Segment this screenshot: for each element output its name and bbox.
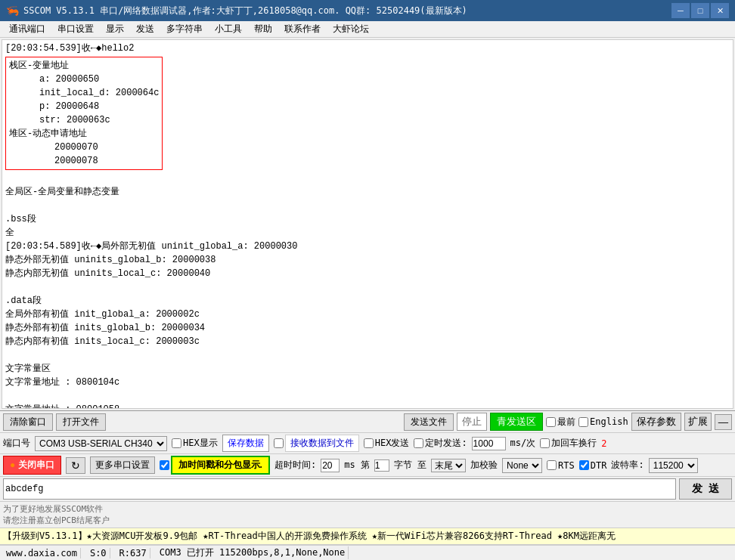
menu-comm-port[interactable]: 通讯端口 <box>3 21 51 37</box>
text-addr2: 文字常量地址 : 0800104c <box>5 376 730 389</box>
timestamp-group: 加时间戳和分包显示. <box>160 456 270 475</box>
menu-tools[interactable]: 小工具 <box>209 21 248 37</box>
app-title: SSCOM V5.13.1 串口/网络数据调试器,作者:大虾丁丁,2618058… <box>23 5 671 17</box>
port-label: 端口号 <box>3 437 30 450</box>
stack-section: 栈区-变量地址 a: 20000650 init_local_d: 200006… <box>5 57 163 170</box>
hex-display-group: HEX显示 <box>172 437 218 450</box>
stack-p: p: 20000648 <box>9 100 159 113</box>
timed-send-checkbox[interactable] <box>414 438 423 448</box>
baud-select[interactable]: 115200 <box>649 458 698 473</box>
menu-send[interactable]: 发送 <box>130 21 160 37</box>
stack-str: str: 2000063c <box>9 113 159 127</box>
output-blank5 <box>5 389 730 403</box>
ms-input[interactable] <box>472 437 506 450</box>
rts-checkbox[interactable] <box>547 460 557 470</box>
reg-notice: 为了更好地发展SSCOM软件 请您注册嘉立创PCB结尾客户 <box>0 502 735 528</box>
data-static-global: 静态外部有初值 inits_global_b: 20000034 <box>5 321 730 335</box>
port-select[interactable]: COM3 USB-SERIAL CH340 <box>35 436 167 451</box>
dash-button[interactable]: — <box>715 414 732 430</box>
minimize-button[interactable]: ─ <box>671 3 690 18</box>
bss-label: .bss段 <box>5 212 730 226</box>
more-settings-button[interactable]: 更多串口设置 <box>90 456 155 474</box>
send-area: 发 送 <box>0 477 735 502</box>
tail-select[interactable]: 末尾 <box>431 459 466 472</box>
close-port-button[interactable]: ● 关闭串口 <box>3 456 61 475</box>
open-file-button[interactable]: 打开文件 <box>56 413 106 431</box>
menu-forum[interactable]: 大虾论坛 <box>327 21 375 37</box>
save-data-button[interactable]: 保存数据 <box>222 435 269 452</box>
timestamp-button[interactable]: 加时间戳和分包显示. <box>171 456 270 475</box>
english-checkbox-group: English <box>578 416 628 427</box>
last-label: 最前 <box>557 416 575 429</box>
bss-uninit-global: [20:03:54.589]收←◆局外部无初值 uninit_global_a:… <box>5 240 730 253</box>
timed-send-group: 定时发送: <box>414 437 467 450</box>
clear-window-button[interactable]: 清除窗口 <box>3 413 53 431</box>
maximize-button[interactable]: □ <box>691 3 709 18</box>
news-text: 【升级到V5.13.1】★大资源MCU开发板9.9包邮 ★RT-Thread中国… <box>3 531 616 541</box>
output-blank3 <box>5 280 730 294</box>
text-addr1: 文字常量区 <box>5 362 730 376</box>
refresh-button[interactable]: ↻ <box>66 457 85 474</box>
expand-button[interactable]: 扩展 <box>684 413 712 431</box>
status-website: www.daxia.com <box>3 548 81 558</box>
hex-display-checkbox[interactable] <box>172 438 181 448</box>
app-icon: 🦐 <box>6 5 19 17</box>
output-blank4 <box>5 348 730 362</box>
output-area[interactable]: [20:03:54.539]收←◆hello2 栈区-变量地址 a: 20000… <box>2 39 733 409</box>
toolbar2: 端口号 COM3 USB-SERIAL CH340 HEX显示 保存数据 接收数… <box>0 433 735 454</box>
last-checkbox[interactable] <box>546 417 556 427</box>
bss-all: 全 <box>5 226 730 240</box>
recv-file-group: 接收数据到文件 <box>274 435 359 452</box>
heap-label: 堆区-动态申请地址 <box>9 127 159 141</box>
english-checkbox[interactable] <box>578 417 588 427</box>
recv-file-button[interactable]: 接收数据到文件 <box>285 435 359 452</box>
toolbar3: ● 关闭串口 ↻ 更多串口设置 加时间戳和分包显示. 超时时间: ms 第 字节… <box>0 454 735 477</box>
send-area-button[interactable]: 青发送区 <box>490 413 543 431</box>
data-init-global: 全局外部有初值 init_global_a: 2000002c <box>5 308 730 321</box>
status-port: COM3 已打开 115200bps,8,1,None,None <box>157 546 349 559</box>
send-input[interactable] <box>3 478 676 500</box>
menu-display[interactable]: 显示 <box>100 21 130 37</box>
byte-num-input[interactable] <box>374 459 389 472</box>
title-bar: 🦐 SSCOM V5.13.1 串口/网络数据调试器,作者:大虾丁丁,26180… <box>0 0 735 21</box>
menu-multi-string[interactable]: 多字符串 <box>160 21 209 37</box>
reg-line1: 为了更好地发展SSCOM软件 <box>3 503 732 515</box>
data-static-local: 静态内部有初值 inits_local_c: 2000003c <box>5 335 730 348</box>
news-ticker: 【升级到V5.13.1】★大资源MCU开发板9.9包邮 ★RT-Thread中国… <box>0 528 735 545</box>
bss-static-global: 静态外部无初值 uninits_global_b: 20000038 <box>5 253 730 267</box>
menu-help[interactable]: 帮助 <box>248 21 278 37</box>
last-checkbox-group: 最前 <box>546 416 575 429</box>
menu-serial-settings[interactable]: 串口设置 <box>51 21 100 37</box>
status-s: S:0 <box>87 548 110 558</box>
menu-contact[interactable]: 联系作者 <box>278 21 327 37</box>
save-params-button[interactable]: 保存参数 <box>631 413 681 431</box>
close-button[interactable]: ✕ <box>711 3 729 18</box>
rts-group: RTS <box>547 460 575 471</box>
rts-label: RTS <box>558 460 575 471</box>
toolbar1: 清除窗口 打开文件 发送文件 停止 青发送区 最前 English 保存参数 扩… <box>0 411 735 433</box>
heap-addr2: 20000078 <box>9 154 159 168</box>
timestamp-checkbox[interactable] <box>160 460 169 470</box>
send-file-button[interactable]: 发送文件 <box>404 413 454 431</box>
byte-label: 字节 至 <box>394 459 426 472</box>
newline-label: 加回车换行 <box>551 437 597 450</box>
status-r: R:637 <box>116 548 150 558</box>
newline-checkbox[interactable] <box>540 438 550 448</box>
recv-file-checkbox[interactable] <box>274 438 284 448</box>
global-section-label: 全局区-全局变量和静态变量 <box>5 185 730 199</box>
close-port-label: 关闭串口 <box>18 459 54 470</box>
stop-button[interactable]: 停止 <box>457 413 487 431</box>
send-button[interactable]: 发 送 <box>679 478 732 500</box>
status-bar: www.daxia.com S:0 R:637 COM3 已打开 115200b… <box>0 545 735 560</box>
checksum-select[interactable]: None <box>502 458 542 473</box>
dtr-checkbox[interactable] <box>579 460 589 470</box>
hex-send-checkbox[interactable] <box>364 438 374 448</box>
dtr-group: DTR <box>579 460 607 471</box>
output-blank2 <box>5 199 730 212</box>
hex-display-label: HEX显示 <box>183 437 218 450</box>
timeout-input[interactable] <box>321 459 340 472</box>
bss-static-local: 静态内部无初值 uninits_local_c: 20000040 <box>5 267 730 280</box>
ms-label: ms/次 <box>510 437 536 450</box>
port-indicator: 2 <box>601 438 606 449</box>
heap-addr1: 20000070 <box>9 141 159 154</box>
